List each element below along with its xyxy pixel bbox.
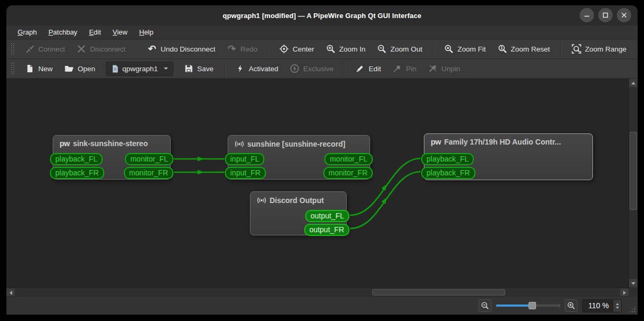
zoom-out-button[interactable]: Zoom Out [372,41,428,57]
menu-view[interactable]: View [108,27,132,38]
new-button[interactable]: New [20,61,58,77]
save-button[interactable]: Save [179,61,219,77]
zoom-fit-icon [444,44,454,54]
undo-icon: ↶ [147,44,157,54]
arrow-up-icon [631,82,635,85]
app-window: qpwgraph1 [modified] — A PipeWire Graph … [6,5,638,315]
exclusive-bolt-icon [290,64,299,73]
menu-bar: Graph Patchbay Edit View Help [6,26,638,39]
graph-canvas[interactable]: pw sink-sunshine-stereo playback_FL play… [6,79,629,288]
menu-graph[interactable]: Graph [13,27,41,38]
menu-patchbay[interactable]: Patchbay [44,27,82,38]
patchbay-toolbar: New Open qpwgraph1 Save Act [6,59,638,79]
connect-button[interactable]: Connect [20,41,70,57]
port-output_FL[interactable]: output_FL [305,210,349,222]
zoom-reset-icon: 1 [498,44,507,54]
zoom-in-button[interactable]: Zoom In [321,41,371,57]
window-title: qpwgraph1 [modified] — A PipeWire Graph … [223,12,422,20]
zoom-slider[interactable] [496,300,560,311]
zoom-fit-button[interactable]: Zoom Fit [439,41,491,57]
status-bar: 110 % [6,296,638,315]
node-sink-sunshine-stereo[interactable]: pw sink-sunshine-stereo playback_FL play… [53,135,171,180]
node-title: Discord Output [270,196,324,205]
undo-disconnect-button[interactable]: ↶ Undo Disconnect [142,41,221,57]
menu-edit[interactable]: Edit [84,27,105,38]
maximize-button[interactable] [598,8,613,22]
scroll-up-button[interactable] [629,79,638,87]
port-output_FR[interactable]: output_FR [304,224,349,236]
disconnect-icon [77,44,86,54]
title-bar[interactable]: qpwgraph1 [modified] — A PipeWire Graph … [6,5,638,26]
menu-help[interactable]: Help [135,27,158,38]
unpin-button[interactable]: Unpin [423,61,465,77]
zoom-range-button[interactable]: Zoom Range [566,41,632,57]
zoom-out-icon [481,301,489,310]
open-folder-icon [64,64,74,73]
node-title: Family 17h/19h HD Audio Contr... [444,138,561,146]
horizontal-scrollbar[interactable] [6,288,629,296]
connection-arrow [198,170,204,175]
edit-button[interactable]: Edit [350,61,386,77]
node-discord-output[interactable]: Discord Output output_FL output_FR [250,191,347,235]
activated-button[interactable]: Activated [230,61,284,77]
center-button[interactable]: Center [274,41,320,57]
patchbay-file-icon [111,65,119,73]
pin-icon [392,64,402,73]
zoom-range-icon [572,44,581,54]
zoom-slider-handle[interactable] [529,302,536,309]
open-button[interactable]: Open [59,61,101,77]
scroll-left-button[interactable] [6,289,15,297]
port-monitor_FL[interactable]: monitor_FL [324,153,373,165]
patchbay-selector-value: qpwgraph1 [122,65,158,73]
scroll-down-button[interactable] [629,279,638,288]
spin-down-icon[interactable] [616,307,619,309]
close-icon [621,12,627,18]
toolbar-separator [224,62,225,75]
port-playback_FR[interactable]: playback_FR [421,167,475,179]
zoom-percent-spinbox[interactable]: 110 % [582,299,622,312]
connect-icon [25,44,35,54]
toolbar-separator [344,62,345,75]
port-playback_FR[interactable]: playback_FR [50,167,104,179]
connection-arrow [198,157,204,162]
pin-button[interactable]: Pin [387,61,422,77]
statusbar-zoom-in-button[interactable] [565,299,578,312]
port-input_FL[interactable]: input_FL [225,153,264,165]
port-monitor_FR[interactable]: monitor_FR [323,167,373,179]
center-icon [279,44,289,54]
node-title: sink-sunshine-stereo [73,139,148,148]
vertical-scrollbar[interactable] [629,79,638,288]
node-title: sunshine [sunshine-record] [247,140,345,148]
spin-up-icon[interactable] [616,303,619,305]
resize-grip[interactable] [629,306,636,313]
port-monitor_FL[interactable]: monitor_FL [125,153,173,165]
horizontal-scrollbar-thumb[interactable] [372,289,505,295]
close-button[interactable] [617,8,631,22]
toolbar-separator [433,43,433,55]
disconnect-button[interactable]: Disconnect [71,41,131,57]
vertical-scrollbar-thumb[interactable] [630,132,637,210]
toolbar-drag-handle[interactable] [11,62,14,75]
toolbar-separator [136,43,137,55]
exclusive-button[interactable]: Exclusive [285,61,339,77]
scroll-right-button[interactable] [620,289,629,297]
port-playback_FL[interactable]: playback_FL [421,153,474,165]
connections-layer [6,79,629,288]
statusbar-zoom-out-button[interactable] [479,299,491,312]
port-playback_FL[interactable]: playback_FL [50,153,103,165]
port-monitor_FR[interactable]: monitor_FR [124,167,173,179]
arrow-left-icon [10,291,12,295]
port-input_FR[interactable]: input_FR [225,167,266,179]
zoom-reset-button[interactable]: 1 Zoom Reset [492,41,556,57]
scrollbar-corner [629,288,638,296]
node-sunshine-record[interactable]: sunshine [sunshine-record] input_FL inpu… [228,135,370,180]
node-family-hd-audio[interactable]: pw Family 17h/19h HD Audio Contr... play… [424,133,593,180]
activated-bolt-icon [236,64,245,73]
svg-text:1: 1 [500,45,503,50]
minimize-button[interactable] [580,8,594,22]
patchbay-selector[interactable]: qpwgraph1 [106,62,173,76]
toolbar-drag-handle[interactable] [11,43,14,55]
arrow-down-icon [631,282,635,285]
minimize-icon [584,12,590,18]
redo-button[interactable]: ↷ Redo [222,41,263,57]
